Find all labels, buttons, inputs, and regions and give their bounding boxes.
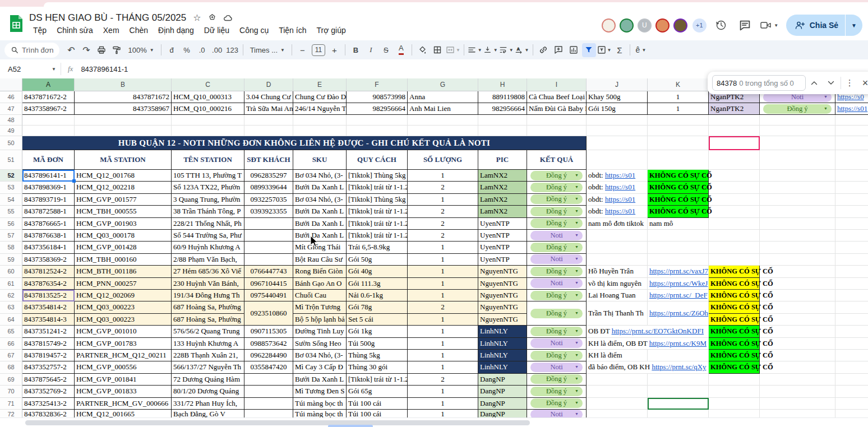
cell-H67[interactable]: LinhNLY xyxy=(478,350,527,361)
cell-F54[interactable]: [Tiktok] Thùng 5kg xyxy=(347,194,408,206)
cell-A63[interactable]: 8437354814-2 xyxy=(22,301,75,313)
cell-E55[interactable]: Bưởi Da Xanh L xyxy=(293,206,347,217)
cell-I47[interactable]: Nấm Đùi Gà Baby NK xyxy=(527,103,587,115)
cell-C71[interactable]: 331/72 Phan Huy Ích, xyxy=(172,398,244,410)
cell-N61[interactable] xyxy=(835,278,868,290)
cell-D61[interactable]: 0967104415 xyxy=(244,278,293,290)
column-header-J[interactable]: J xyxy=(587,78,648,91)
font-size-input[interactable]: 11 xyxy=(312,44,325,56)
cell-G52[interactable]: 1 xyxy=(408,170,478,182)
cell-M58[interactable] xyxy=(760,242,835,253)
cell-E48[interactable] xyxy=(293,115,347,126)
cell-K53[interactable]: KHÔNG CÓ SỰ CỐ xyxy=(648,182,709,193)
cell-G53[interactable]: 2 xyxy=(408,182,478,193)
cell-K55[interactable]: KHÔNG CÓ SỰ CỐ xyxy=(648,206,709,217)
cell-D52[interactable]: 0962835297 xyxy=(244,170,293,182)
cell-I60[interactable]: Đồng ý▼ xyxy=(527,266,587,277)
insert-link-button[interactable] xyxy=(537,43,551,57)
cell-link[interactable]: https://s01 xyxy=(605,171,635,179)
cell-J57[interactable] xyxy=(587,230,648,242)
column-header-I[interactable]: I xyxy=(527,78,587,91)
column-header-D[interactable]: D xyxy=(244,78,293,91)
cell-G56[interactable]: 2 xyxy=(408,218,478,230)
cell-F66[interactable]: Túi 500g xyxy=(347,338,408,350)
cell-J60[interactable]: Hồ Huyền Trân xyxy=(587,266,648,277)
text-rotation-button[interactable]: A▼ xyxy=(515,43,529,57)
cell-B68[interactable]: HCM_GVP_000556 xyxy=(75,361,172,373)
cell-B71[interactable]: PARTNER_HCM_GV_000666 xyxy=(75,398,172,410)
cell-J59[interactable] xyxy=(587,254,648,266)
cell-L61[interactable]: KHÔNG CÓ SỰ CỐ xyxy=(709,278,760,290)
cell-L65[interactable]: KHÔNG CÓ SỰ CỐ xyxy=(709,326,760,337)
cell-E68[interactable]: Mì Cay 3 Cấp Đ xyxy=(293,361,347,373)
cell-L50[interactable] xyxy=(709,136,760,150)
cell-D57[interactable] xyxy=(244,230,293,242)
row-header-46[interactable]: 46 xyxy=(0,91,22,103)
cell-D49[interactable] xyxy=(244,126,293,136)
cell-G57[interactable]: 2 xyxy=(408,230,478,242)
status-chip-I53[interactable]: Đồng ý▼ xyxy=(530,183,583,192)
cell-L62[interactable]: KHÔNG CÓ SỰ CỐ xyxy=(709,290,760,301)
cell-F71[interactable]: Túi 100 cái xyxy=(347,398,408,410)
cell-H61[interactable]: NguyenNTG xyxy=(478,278,527,290)
cell-L60[interactable]: KHÔNG CÓ SỰ CỐ xyxy=(709,266,760,277)
cell-A61[interactable]: 8437876354-2 xyxy=(22,278,75,290)
cell-C53[interactable]: Số 123A TX22, Phườn xyxy=(172,182,244,193)
vertical-align-button[interactable]: ▼ xyxy=(483,43,498,57)
cell-A55[interactable]: 8437872588-1 xyxy=(22,206,75,217)
cell-E61[interactable]: Bánh Gạo An O xyxy=(293,278,347,290)
cell-N65[interactable] xyxy=(835,326,868,337)
formula-input[interactable]: 8437896141-1 xyxy=(81,65,128,73)
cell-link[interactable]: https://s01 xyxy=(837,104,867,113)
cell-J56[interactable]: nam mô đơn tiktok xyxy=(587,218,648,230)
menu-tep[interactable]: Tệp xyxy=(29,25,50,35)
cell-F68[interactable]: Thùng 30 gói xyxy=(347,361,408,373)
row-header-55[interactable]: 55 xyxy=(0,206,22,217)
cell-M71[interactable] xyxy=(760,398,835,410)
cell-H48[interactable] xyxy=(478,115,527,126)
cell-B55[interactable]: HCM_TBH_000555 xyxy=(75,206,172,217)
cell-L71[interactable] xyxy=(709,398,760,410)
cell-D56[interactable] xyxy=(244,218,293,230)
column-header-E[interactable]: E xyxy=(293,78,347,91)
status-chip-I63[interactable]: Đồng ý▼ xyxy=(530,309,583,318)
status-chip-I62[interactable]: Đồng ý▼ xyxy=(530,291,583,300)
cell-K54[interactable]: KHÔNG CÓ SỰ CỐ xyxy=(648,194,709,206)
cell-A68[interactable]: 8437352757-2 xyxy=(22,361,75,373)
cell-D54[interactable]: 0932257035 xyxy=(244,194,293,206)
cell-A58[interactable]: 8437356184-1 xyxy=(22,242,75,253)
cell-L48[interactable] xyxy=(709,115,760,126)
cell-I55[interactable]: Đồng ý▼ xyxy=(527,206,587,217)
cell-G48[interactable] xyxy=(408,115,478,126)
cell-N52[interactable] xyxy=(835,170,868,182)
status-chip-I65[interactable]: Đồng ý▼ xyxy=(530,327,583,336)
cell-C49[interactable] xyxy=(172,126,244,136)
cell-I58[interactable]: Đồng ý▼ xyxy=(527,242,587,253)
cell-A66[interactable]: 8437815749-2 xyxy=(22,338,75,350)
horizontal-scrollbar[interactable] xyxy=(0,417,868,427)
cell-A64[interactable]: 8437354814-3 xyxy=(22,314,75,326)
cell-E52[interactable]: Bơ 034 Nhỏ, (3- xyxy=(293,170,347,182)
cell-J68[interactable]: đã báo điểm, OB KH https://prnt.sc/qXy xyxy=(587,361,709,373)
cell-M57[interactable] xyxy=(760,230,835,242)
cell-K60[interactable]: https://prnt.sc/vaxJ7 xyxy=(648,266,709,277)
row-header-48[interactable]: 48 xyxy=(0,115,22,126)
cell-C56[interactable]: 228/21 Thống Nhất, Ph xyxy=(172,218,244,230)
cell-L56[interactable] xyxy=(709,218,760,230)
cell-J53[interactable]: obdt: https://s01 xyxy=(587,182,648,193)
cell-G62[interactable]: 1 xyxy=(408,290,478,301)
cell-J70[interactable] xyxy=(587,386,648,397)
font-select[interactable]: Times ...▼ xyxy=(247,46,288,54)
menu-du-lieu[interactable]: Dữ liệu xyxy=(200,25,233,35)
row-header-68[interactable]: 68 xyxy=(0,361,22,373)
cell-F56[interactable]: [Tiktok] trái từ 1-1.2k xyxy=(347,218,408,230)
cell-H47[interactable]: 982956664 xyxy=(478,103,527,115)
cell-link[interactable]: https://prnt.sc/vaxJ7 xyxy=(649,267,708,275)
cell-J46[interactable]: Khay 500g xyxy=(587,91,648,103)
cell-F46[interactable]: 908573998 xyxy=(347,91,408,103)
cell-J69[interactable] xyxy=(587,374,648,386)
cell-H63[interactable]: NguyenNTG xyxy=(478,301,527,313)
cell-M53[interactable] xyxy=(760,182,835,193)
cell-H60[interactable]: NguyenNTG xyxy=(478,266,527,277)
cell-M69[interactable] xyxy=(760,374,835,386)
